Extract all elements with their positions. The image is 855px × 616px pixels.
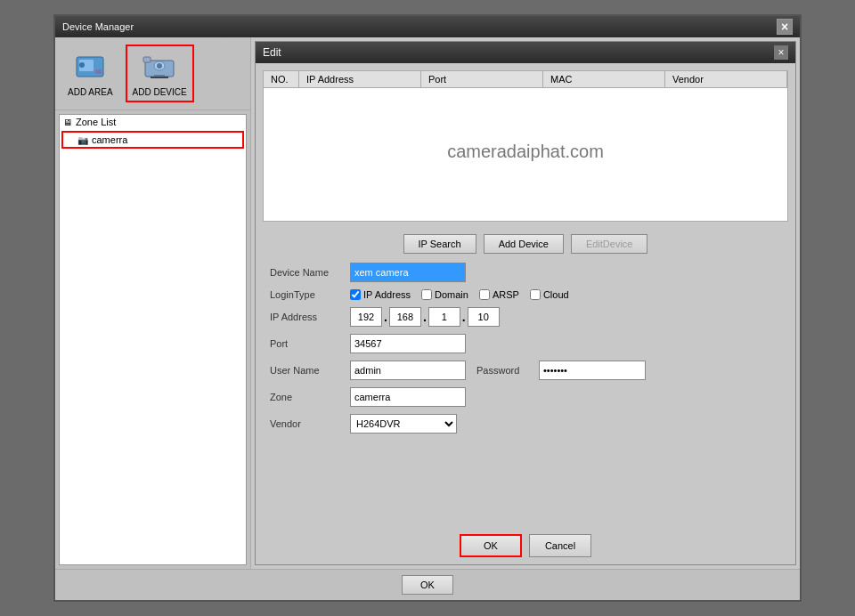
main-window: Device Manager × ADD AREA bbox=[53, 14, 802, 602]
zone-input[interactable] bbox=[350, 387, 466, 407]
add-device-dialog-button[interactable]: Add Device bbox=[484, 234, 564, 254]
cloud-checkbox[interactable] bbox=[530, 289, 541, 300]
domain-option-label: Domain bbox=[435, 289, 468, 300]
col-vendor: Vendor bbox=[665, 71, 787, 87]
login-type-row: LoginType IP Address Domain ARSP bbox=[270, 289, 781, 300]
main-content: ADD AREA ADD DEVICE bbox=[55, 37, 800, 569]
domain-checkbox[interactable] bbox=[421, 289, 432, 300]
arsp-option[interactable]: ARSP bbox=[479, 289, 519, 300]
col-ip: IP Address bbox=[299, 71, 421, 87]
password-label: Password bbox=[476, 365, 539, 376]
window-close-button[interactable]: × bbox=[777, 19, 793, 35]
username-label: User Name bbox=[270, 365, 350, 376]
username-input[interactable] bbox=[350, 361, 466, 380]
svg-point-3 bbox=[79, 62, 85, 68]
svg-point-7 bbox=[157, 63, 162, 69]
zone-item-label: camerra bbox=[92, 134, 127, 145]
svg-rect-2 bbox=[95, 69, 102, 74]
vendor-label: Vendor bbox=[270, 418, 350, 429]
device-table: NO. IP Address Port MAC Vendor cameradai… bbox=[263, 70, 788, 222]
login-type-options: IP Address Domain ARSP Cloud bbox=[350, 289, 569, 300]
port-row: Port bbox=[270, 334, 781, 353]
ip-dot-2: . bbox=[423, 310, 427, 324]
ok-button[interactable]: OK bbox=[460, 534, 522, 557]
ip-part-2[interactable] bbox=[389, 307, 421, 327]
add-device-label: ADD DEVICE bbox=[133, 87, 187, 97]
zone-list[interactable]: 🖥 Zone List 📷 camerra bbox=[59, 114, 247, 565]
col-mac: MAC bbox=[543, 71, 665, 87]
edit-dialog: Edit × NO. IP Address Port MAC Vendor ca… bbox=[255, 41, 796, 565]
bottom-bar: OK bbox=[55, 569, 800, 600]
ip-dot-3: . bbox=[462, 310, 466, 324]
ip-address-label: IP Address bbox=[270, 312, 350, 322]
zone-list-header[interactable]: 🖥 Zone List bbox=[60, 115, 246, 129]
add-area-label: ADD AREA bbox=[68, 87, 113, 97]
ip-address-row: IP Address . . . bbox=[270, 307, 781, 327]
cloud-option[interactable]: Cloud bbox=[530, 289, 569, 300]
window-title: Device Manager bbox=[62, 21, 134, 32]
zone-row: Zone bbox=[270, 387, 781, 407]
arsp-option-label: ARSP bbox=[493, 289, 519, 300]
toolbar: ADD AREA ADD DEVICE bbox=[55, 37, 250, 110]
edit-title-bar: Edit × bbox=[256, 42, 795, 63]
table-header: NO. IP Address Port MAC Vendor bbox=[264, 71, 787, 88]
ip-part-1[interactable] bbox=[350, 307, 382, 327]
col-port: Port bbox=[421, 71, 543, 87]
password-input[interactable] bbox=[539, 361, 646, 380]
ip-part-3[interactable] bbox=[428, 307, 460, 327]
vendor-row: Vendor H264DVR bbox=[270, 414, 781, 434]
add-device-button[interactable]: ADD DEVICE bbox=[126, 45, 194, 102]
edit-dialog-title: Edit bbox=[263, 46, 281, 59]
title-bar: Device Manager × bbox=[55, 16, 800, 37]
ip-address-group: . . . bbox=[350, 307, 500, 327]
domain-option[interactable]: Domain bbox=[421, 289, 468, 300]
username-password-row: User Name Password bbox=[270, 361, 781, 380]
ip-address-option-label: IP Address bbox=[363, 289, 411, 300]
table-body: cameradaiphat.com bbox=[264, 88, 787, 215]
cloud-option-label: Cloud bbox=[543, 289, 569, 300]
svg-rect-9 bbox=[151, 77, 168, 78]
ip-part-4[interactable] bbox=[468, 307, 500, 327]
arsp-checkbox[interactable] bbox=[479, 289, 490, 300]
ok-cancel-row: OK Cancel bbox=[256, 527, 795, 564]
port-label: Port bbox=[270, 338, 350, 349]
ip-address-checkbox[interactable] bbox=[350, 289, 361, 300]
device-name-input[interactable] bbox=[350, 263, 466, 282]
svg-rect-10 bbox=[143, 57, 151, 62]
bottom-ok-button[interactable]: OK bbox=[402, 575, 453, 595]
add-device-icon bbox=[142, 50, 177, 85]
table-watermark: cameradaiphat.com bbox=[447, 142, 604, 162]
edit-device-button[interactable]: EditDevice bbox=[571, 234, 648, 254]
action-button-row: IP Search Add Device EditDevice bbox=[256, 229, 795, 259]
device-name-label: Device Name bbox=[270, 267, 350, 278]
ip-address-option[interactable]: IP Address bbox=[350, 289, 411, 300]
add-area-button[interactable]: ADD AREA bbox=[62, 46, 118, 101]
edit-dialog-close-button[interactable]: × bbox=[774, 45, 788, 60]
login-type-label: LoginType bbox=[270, 289, 350, 300]
left-panel: ADD AREA ADD DEVICE bbox=[55, 37, 251, 569]
col-no: NO. bbox=[264, 71, 299, 87]
zone-list-title: Zone List bbox=[76, 117, 116, 127]
device-form: Device Name LoginType IP Address Domain bbox=[256, 259, 795, 527]
add-area-icon bbox=[72, 50, 108, 85]
device-name-row: Device Name bbox=[270, 263, 781, 282]
vendor-select[interactable]: H264DVR bbox=[350, 414, 457, 434]
ip-search-button[interactable]: IP Search bbox=[403, 234, 476, 254]
zone-list-icon: 🖥 bbox=[63, 118, 72, 127]
zone-label: Zone bbox=[270, 392, 350, 402]
zone-list-item[interactable]: 📷 camerra bbox=[61, 131, 244, 149]
cancel-button[interactable]: Cancel bbox=[529, 534, 591, 557]
camera-icon: 📷 bbox=[77, 135, 88, 145]
ip-dot-1: . bbox=[384, 310, 387, 324]
port-input[interactable] bbox=[350, 334, 466, 353]
